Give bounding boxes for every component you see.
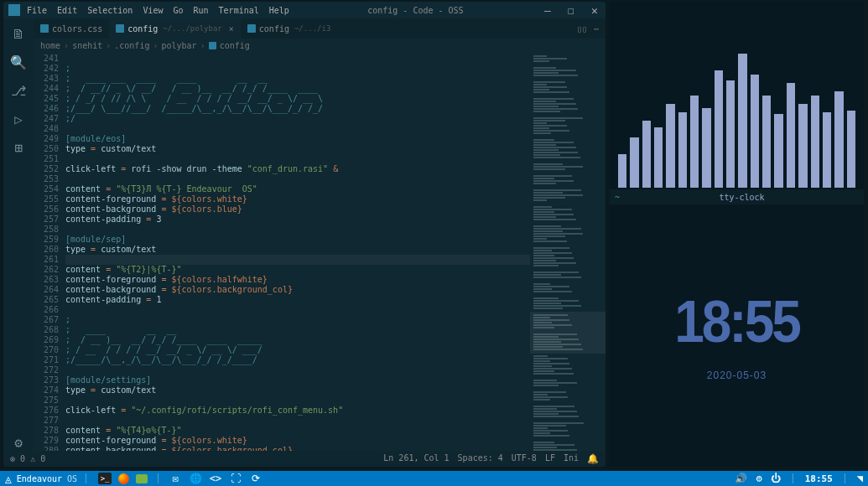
firefox-launcher-icon[interactable]: [118, 473, 129, 484]
clock-window: ~ tty-clock 18:55 2020-05-03: [610, 189, 864, 467]
settings-icon[interactable]: ⚙: [756, 473, 761, 484]
breadcrumb[interactable]: home› snehit› .config› polybar› config: [34, 39, 606, 52]
config-file-icon: [247, 24, 256, 33]
status-language[interactable]: Ini: [564, 453, 579, 464]
close-button[interactable]: ✕: [589, 4, 600, 17]
status-eol[interactable]: LF: [545, 453, 555, 464]
power-icon[interactable]: ⏻: [771, 473, 781, 484]
menu-edit[interactable]: Edit: [57, 6, 77, 15]
explorer-icon[interactable]: 🗎: [10, 25, 27, 42]
clock-titlebar: ~ tty-clock: [610, 189, 864, 204]
file-manager-launcher-icon[interactable]: [136, 474, 148, 483]
terminal-launcher-icon[interactable]: >_: [98, 473, 112, 484]
menu-terminal[interactable]: Terminal: [219, 6, 259, 15]
tab-config-polybar[interactable]: config ~/.../polybar ×: [109, 18, 241, 39]
editor-tabs: colors.css config ~/.../polybar × config…: [34, 18, 606, 39]
minimap[interactable]: [530, 52, 606, 451]
scm-icon[interactable]: ⎇: [10, 82, 27, 99]
line-gutter: 2412422432442452462472482492502512522532…: [34, 52, 65, 451]
volume-icon[interactable]: 🔊: [735, 473, 747, 484]
menu-view[interactable]: View: [143, 6, 163, 15]
expand-launcher-icon[interactable]: ⛶: [229, 473, 242, 484]
status-position[interactable]: Ln 261, Col 1: [383, 453, 449, 464]
code-launcher-icon[interactable]: <>: [209, 473, 222, 484]
os-brand-text: Endeavour OS: [17, 474, 77, 483]
status-bar: ⊗ 0 ⚠ 0 Ln 261, Col 1 Spaces: 4 UTF-8 LF…: [3, 451, 606, 467]
visualizer-bars: [618, 37, 855, 188]
css-file-icon: [40, 24, 49, 33]
more-actions-icon[interactable]: ⋯: [594, 24, 599, 34]
status-warnings[interactable]: ⚠ 0: [30, 454, 45, 463]
settings-gear-icon[interactable]: ⚙: [10, 434, 27, 451]
sync-launcher-icon[interactable]: ⟳: [249, 473, 262, 484]
menu-run[interactable]: Run: [194, 6, 209, 15]
taskbar: ◬ Endeavour OS >_ ✉ 🌐 <> ⛶ ⟳ 🔊 ⚙ ⏻ 18:55…: [0, 471, 868, 486]
split-editor-icon[interactable]: ▯▯: [577, 24, 587, 34]
menu-file[interactable]: File: [27, 6, 47, 15]
menu-selection[interactable]: Selection: [87, 6, 133, 15]
tab-colors-css[interactable]: colors.css: [34, 18, 109, 39]
search-icon[interactable]: 🔍: [10, 54, 27, 70]
status-indent[interactable]: Spaces: 4: [458, 453, 503, 464]
mail-launcher-icon[interactable]: ✉: [169, 473, 182, 484]
menu-help[interactable]: Help: [269, 6, 289, 15]
menu-go[interactable]: Go: [173, 6, 183, 15]
app-logo-icon: [8, 4, 20, 16]
debug-icon[interactable]: ▷: [10, 111, 27, 127]
code-content[interactable]: ;; ____ ___ ____ ____ __ __; / __// _ \/…: [65, 52, 530, 451]
browser-launcher-icon[interactable]: 🌐: [189, 473, 202, 484]
status-errors[interactable]: ⊗ 0: [10, 454, 25, 463]
taskbar-clock[interactable]: 18:55: [805, 473, 833, 484]
notifications-icon[interactable]: 🔔: [587, 453, 599, 464]
window-title: config - Code - OSS: [289, 6, 542, 15]
wifi-icon[interactable]: ◥: [857, 473, 863, 484]
clock-date: 2020-05-03: [707, 370, 767, 381]
status-encoding[interactable]: UTF-8: [512, 453, 537, 464]
minimap-viewport[interactable]: [530, 312, 606, 354]
vscode-window: File Edit Selection View Go Run Terminal…: [3, 2, 606, 467]
config-file-icon: [116, 24, 124, 33]
editor-area[interactable]: 2412422432442452462472482492502512522532…: [34, 52, 606, 451]
tab-close-icon[interactable]: ×: [229, 24, 234, 34]
tab-config-i3[interactable]: config ~/.../i3: [241, 18, 337, 39]
activity-bar: 🗎 🔍 ⎇ ▷ ⊞ ⚙: [3, 18, 34, 451]
extensions-icon[interactable]: ⊞: [10, 139, 27, 156]
audio-visualizer-window: [610, 2, 864, 194]
titlebar: File Edit Selection View Go Run Terminal…: [3, 2, 606, 18]
minimize-button[interactable]: —: [542, 4, 554, 17]
os-logo-icon[interactable]: ◬: [5, 473, 12, 485]
terminal-prompt: ~: [610, 193, 620, 202]
menu-bar: File Edit Selection View Go Run Terminal…: [27, 6, 289, 15]
clock-title-text: tty-clock: [620, 193, 864, 202]
maximize-button[interactable]: ☐: [565, 4, 577, 17]
config-file-icon: [209, 42, 216, 49]
clock-time: 18:55: [674, 287, 799, 355]
